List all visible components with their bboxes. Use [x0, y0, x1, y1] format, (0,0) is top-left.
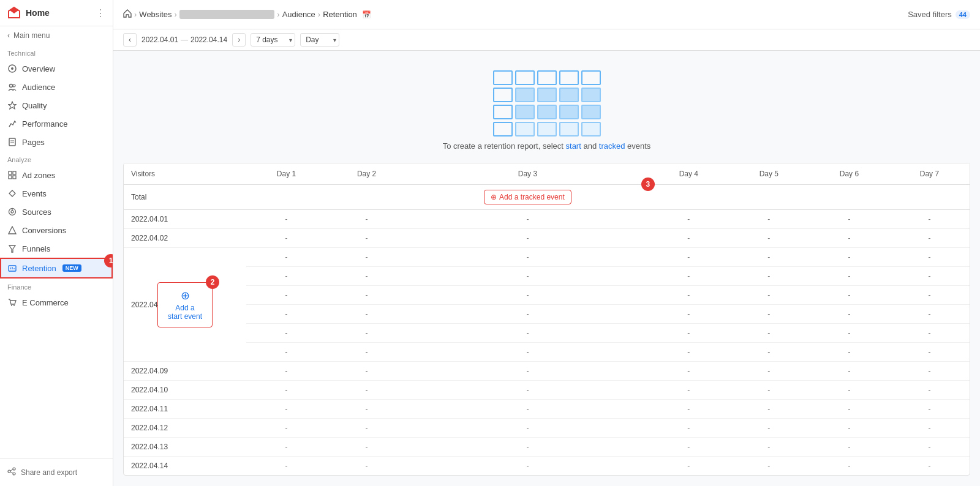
main-menu-label: Main menu — [13, 31, 50, 40]
sidebar-main-menu[interactable]: ‹ Main menu — [0, 26, 113, 45]
table-row: - - - - - - - — [124, 286, 970, 305]
day1-cell: - — [246, 229, 326, 248]
day4-cell: - — [649, 305, 729, 324]
section-label-analyze: Analyze — [0, 151, 113, 166]
preview-cell-filled — [581, 88, 601, 102]
sidebar-item-audience-label: Audience — [22, 83, 55, 92]
sidebar-item-quality[interactable]: Quality — [0, 96, 113, 114]
day4-cell: - — [649, 362, 729, 381]
date-cell: 2022.04.13 — [124, 438, 246, 457]
preview-cell-filled — [559, 88, 579, 102]
day5-cell: - — [729, 305, 809, 324]
date-next-button[interactable]: › — [232, 33, 246, 47]
add-tracked-event-button[interactable]: ⊕ Add a tracked event — [484, 190, 571, 204]
period-select[interactable]: 7 days 14 days 30 days — [251, 33, 295, 47]
svg-rect-11 — [13, 171, 16, 174]
svg-point-25 — [13, 305, 15, 306]
day6-cell: - — [809, 343, 889, 362]
sidebar-item-retention-label: Retention — [22, 264, 56, 273]
home-icon[interactable] — [123, 9, 132, 20]
day2-cell: - — [326, 343, 407, 362]
tracked-link[interactable]: tracked — [599, 141, 625, 151]
preview-cell-filled — [581, 105, 601, 119]
chevron-left-icon: ‹ — [7, 31, 10, 40]
sidebar-item-funnels[interactable]: Funnels — [0, 239, 113, 258]
sidebar-item-sources[interactable]: Sources — [0, 203, 113, 221]
retention-table-wrapper: Visitors Day 1 Day 2 Day 3 Day 4 Day 5 D… — [123, 163, 970, 476]
day3-cell: - — [407, 419, 649, 438]
table-row: 2022.04.10 - - - - - - - — [124, 381, 970, 400]
date-cell: 2022.04.03 ⊕ Add astart event 2 — [124, 248, 246, 362]
granularity-select[interactable]: Day Hour Week Month — [300, 33, 339, 47]
table-row: 2022.04.02 - - - - - - - — [124, 229, 970, 248]
svg-point-28 — [13, 473, 15, 475]
retention-table: Visitors Day 1 Day 2 Day 3 Day 4 Day 5 D… — [124, 163, 970, 475]
quality-icon — [7, 100, 17, 110]
add-start-event-button[interactable]: ⊕ Add astart event 2 — [157, 282, 213, 327]
content-area: To create a retention report, select sta… — [113, 51, 980, 486]
col-day7: Day 7 — [889, 163, 970, 185]
day1-cell: - — [246, 438, 326, 457]
sidebar-logo[interactable]: Home — [7, 6, 50, 20]
sidebar-item-conversions[interactable]: Conversions — [0, 221, 113, 239]
day7-cell: - — [889, 210, 970, 229]
breadcrumb-websites[interactable]: Websites — [139, 10, 172, 19]
day4-cell: - — [649, 229, 729, 248]
table-row: 2022.04.11 - - - - - - - — [124, 400, 970, 419]
day5-cell: - — [729, 248, 809, 267]
preview-cell — [559, 70, 579, 85]
share-export-item[interactable]: Share and export — [7, 463, 105, 481]
sidebar-item-pages[interactable]: Pages — [0, 133, 113, 151]
day1-cell: - — [246, 400, 326, 419]
day5-cell: - — [729, 229, 809, 248]
preview-cell — [515, 70, 535, 85]
svg-point-4 — [10, 84, 13, 88]
saved-filters[interactable]: Saved filters 44 — [908, 10, 970, 19]
sidebar-item-audience[interactable]: Audience — [0, 78, 113, 96]
sidebar-item-ad-zones[interactable]: Ad zones — [0, 166, 113, 184]
day1-cell: - — [246, 248, 326, 267]
sidebar-item-performance[interactable]: Performance — [0, 114, 113, 133]
date-to: 2022.04.14 — [190, 36, 227, 44]
day6-cell: - — [809, 229, 889, 248]
breadcrumb-sep-2: › — [175, 10, 177, 19]
day5-cell: - — [729, 267, 809, 286]
calendar-icon[interactable]: 📅 — [362, 10, 371, 19]
sidebar: Home ⋮ ‹ Main menu Technical Overview Au… — [0, 0, 113, 486]
table-row: - - - - - - - — [124, 343, 970, 362]
sidebar-item-ecommerce[interactable]: E Commerce — [0, 293, 113, 312]
date-prev-button[interactable]: ‹ — [123, 33, 137, 47]
breadcrumb-audience[interactable]: Audience — [282, 10, 315, 19]
sidebar-item-overview[interactable]: Overview — [0, 59, 113, 78]
day4-cell: - — [649, 400, 729, 419]
sidebar-item-retention[interactable]: Retention NEW 1 — [0, 258, 113, 279]
svg-point-5 — [13, 84, 15, 87]
day7-cell: - — [889, 305, 970, 324]
start-link[interactable]: start — [566, 141, 581, 151]
sidebar-item-pages-label: Pages — [22, 138, 45, 147]
share-export-icon — [7, 467, 16, 477]
day3-cell: - — [407, 457, 649, 476]
sidebar-more-icon[interactable]: ⋮ — [96, 7, 105, 19]
plus-icon: ⊕ — [491, 193, 497, 201]
retention-new-badge: NEW — [62, 264, 81, 272]
col-day6: Day 6 — [809, 163, 889, 185]
table-row: 2022.04.01 - - - - - - - — [124, 210, 970, 229]
sidebar-item-events[interactable]: Events — [0, 184, 113, 203]
day7-cell: - — [889, 229, 970, 248]
day6-cell: - — [809, 362, 889, 381]
breadcrumb-sep-3: › — [277, 10, 279, 19]
day5-cell: - — [729, 419, 809, 438]
day4-cell: - — [649, 419, 729, 438]
sidebar-item-sources-label: Sources — [22, 207, 51, 217]
preview-cell — [493, 88, 513, 102]
preview-cell-filled — [559, 105, 579, 119]
col-day4: Day 4 — [649, 163, 729, 185]
annotation-2: 2 — [206, 275, 219, 289]
date-cell: 2022.04.12 — [124, 419, 246, 438]
day5-cell: - — [729, 400, 809, 419]
day2-cell: - — [326, 248, 407, 267]
total-day6 — [809, 185, 889, 210]
day1-cell: - — [246, 210, 326, 229]
day7-cell: - — [889, 362, 970, 381]
